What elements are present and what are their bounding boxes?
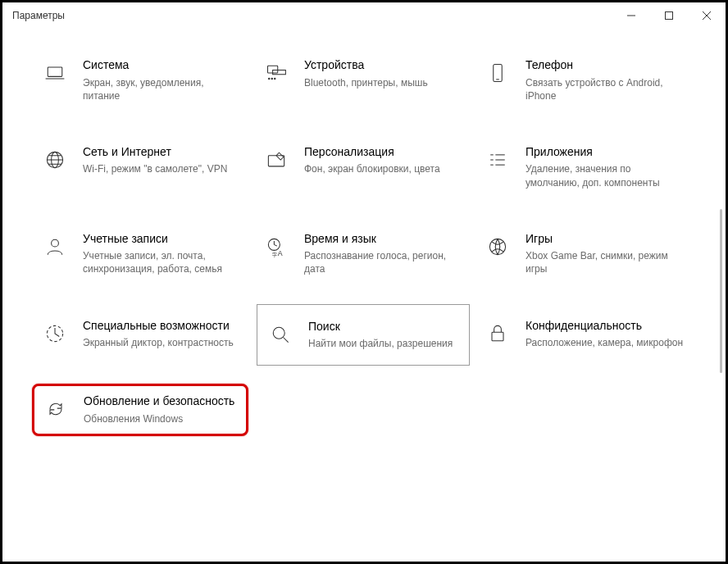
tile-title: Система [83,58,243,73]
tile-desc: Обновления Windows [84,412,239,425]
scrollbar[interactable] [720,209,722,373]
tile-time-language[interactable]: A字 Время и язык Распознавание голоса, ре… [257,227,470,281]
tile-update-security[interactable]: Обновление и безопасность Обновления Win… [32,384,248,436]
tile-title: Сеть и Интернет [83,145,243,160]
tile-phone[interactable]: Телефон Связать устройство с Android, iP… [478,53,691,107]
svg-text:A: A [278,248,283,257]
tile-desc: Фон, экран блокировки, цвета [304,162,465,175]
svg-point-25 [52,239,59,247]
tile-accounts[interactable]: Учетные записи Учетные записи, эл. почта… [35,227,248,281]
svg-line-28 [274,244,277,246]
tile-title: Игры [526,232,686,247]
tile-title: Обновление и безопасность [84,394,239,409]
tile-system[interactable]: Система Экран, звук, уведомления, питани… [35,53,248,107]
svg-point-31 [489,239,505,254]
personalization-icon [262,145,291,175]
tile-title: Телефон [526,58,686,73]
svg-point-33 [273,327,284,339]
tile-desc: Wi-Fi, режим "в самолете", VPN [83,162,243,175]
svg-text:字: 字 [272,252,277,257]
svg-point-9 [271,78,272,79]
tile-title: Конфиденциальность [526,319,686,334]
tile-desc: Экран, звук, уведомления, питание [83,76,243,102]
svg-rect-11 [494,65,503,82]
tile-title: Специальные возможности [83,319,243,334]
tile-gaming[interactable]: Игры Xbox Game Bar, снимки, режим игры [478,227,691,281]
apps-icon [483,145,512,175]
maximize-button[interactable] [650,2,688,29]
window-title: Параметры [12,10,65,21]
svg-point-10 [275,78,275,79]
update-icon [41,394,71,424]
tile-desc: Расположение, камера, микрофон [526,336,686,349]
laptop-icon [40,58,70,88]
tile-desc: Учетные записи, эл. почта, синхронизация… [83,249,243,275]
tile-title: Учетные записи [83,232,243,247]
settings-content: Система Экран, звук, уведомления, питани… [2,29,726,562]
tile-title: Приложения [526,145,686,160]
gaming-icon [483,232,512,262]
accessibility-icon [40,319,70,348]
tile-network[interactable]: Сеть и Интернет Wi-Fi, режим "в самолете… [35,140,248,194]
close-button[interactable] [688,2,726,29]
tile-apps[interactable]: Приложения Удаление, значения по умолчан… [478,140,691,194]
phone-icon [483,58,512,88]
tile-desc: Распознавание голоса, регион, дата [304,249,465,275]
svg-rect-4 [48,67,62,76]
person-icon [40,232,70,262]
devices-icon [262,58,291,88]
tile-desc: Xbox Game Bar, снимки, режим игры [526,249,686,275]
minimize-button[interactable] [612,2,650,29]
tile-desc: Связать устройство с Android, iPhone [526,76,686,102]
search-icon [266,320,295,349]
tile-title: Персонализация [304,145,465,160]
tile-privacy[interactable]: Конфиденциальность Расположение, камера,… [478,314,691,357]
tile-desc: Удаление, значения по умолчанию, доп. ко… [526,162,686,189]
tile-desc: Bluetooth, принтеры, мышь [304,76,465,89]
svg-rect-18 [268,156,284,166]
tile-devices[interactable]: Устройства Bluetooth, принтеры, мышь [257,53,470,107]
tile-title: Поиск [308,320,461,334]
tile-desc: Экранный диктор, контрастность [83,336,243,349]
svg-point-8 [269,78,270,79]
svg-rect-35 [492,332,503,341]
settings-grid: Система Экран, звук, уведомления, питани… [35,53,693,436]
window-controls [612,2,726,29]
tile-title: Устройства [304,58,465,73]
svg-rect-7 [273,70,286,75]
svg-rect-1 [666,12,673,20]
svg-line-34 [284,337,289,342]
time-language-icon: A字 [262,232,291,262]
lock-icon [483,319,512,348]
titlebar: Параметры [2,2,726,29]
tile-desc: Найти мои файлы, разрешения [308,337,461,350]
globe-icon [40,145,70,175]
tile-accessibility[interactable]: Специальные возможности Экранный диктор,… [35,314,248,357]
tile-search[interactable]: Поиск Найти мои файлы, разрешения [257,304,470,366]
tile-personalization[interactable]: Персонализация Фон, экран блокировки, цв… [257,140,470,194]
tile-title: Время и язык [304,232,465,247]
